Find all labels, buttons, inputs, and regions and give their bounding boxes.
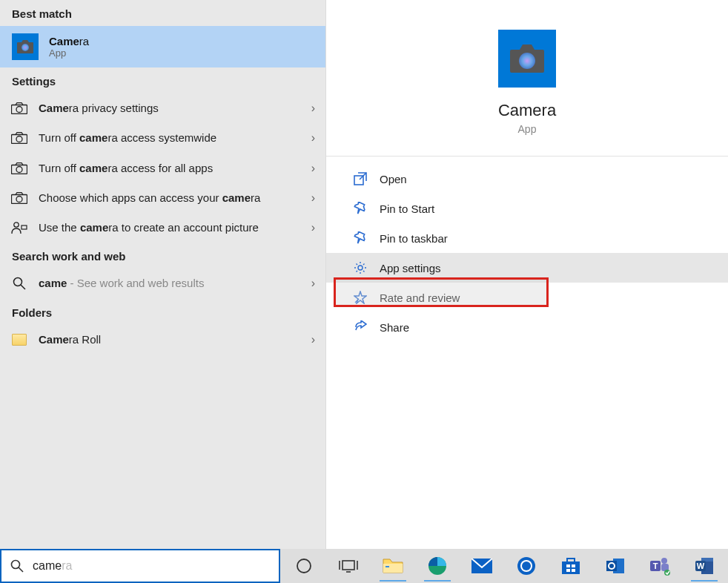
settings-item-privacy[interactable]: Camera privacy settings ›: [0, 93, 325, 123]
svg-point-43: [661, 558, 667, 564]
settings-item-systemwide[interactable]: Turn off camera access systemwide ›: [0, 123, 325, 153]
search-icon: [10, 559, 24, 573]
svg-point-12: [14, 278, 22, 286]
detail-panel: Camera App Open Pin to Start Pin to t: [326, 0, 728, 549]
settings-item-choose-apps[interactable]: Choose which apps can access your camera…: [0, 183, 325, 213]
camera-icon: [10, 162, 28, 174]
chevron-right-icon: ›: [311, 191, 315, 205]
action-share[interactable]: Share: [348, 312, 706, 342]
chevron-right-icon: ›: [311, 162, 315, 175]
section-best-match: Best match: [0, 0, 325, 26]
store-button[interactable]: [553, 550, 589, 582]
svg-point-1: [21, 44, 29, 51]
mail-button[interactable]: [464, 550, 500, 582]
detail-subtitle: App: [518, 123, 537, 135]
star-icon: [353, 290, 368, 305]
best-match-text: Camera App: [49, 35, 89, 59]
svg-rect-36: [566, 569, 570, 572]
folder-icon: [10, 334, 28, 346]
action-label: Share: [380, 321, 409, 334]
chevron-right-icon: ›: [311, 131, 315, 145]
dell-button[interactable]: [509, 550, 544, 582]
svg-point-21: [297, 559, 311, 573]
section-settings: Settings: [0, 67, 325, 93]
chevron-right-icon: ›: [311, 333, 315, 346]
chevron-right-icon: ›: [311, 102, 315, 115]
svg-rect-27: [385, 566, 389, 567]
action-label: Open: [380, 173, 407, 185]
action-label: Pin to Start: [380, 202, 434, 215]
task-view-button[interactable]: [331, 550, 366, 582]
camera-app-big-icon: [498, 30, 556, 88]
svg-text:W: W: [697, 561, 705, 570]
svg-point-32: [522, 561, 531, 570]
cortana-button[interactable]: [286, 550, 322, 582]
chevron-right-icon: ›: [311, 277, 315, 290]
svg-point-9: [16, 196, 22, 202]
pin-icon: [353, 231, 368, 246]
svg-text:T: T: [653, 561, 658, 570]
svg-rect-11: [21, 225, 27, 229]
teams-button[interactable]: T: [642, 550, 678, 582]
settings-item-account-picture[interactable]: Use the camera to create an account pict…: [0, 213, 325, 243]
action-label: Rate and review: [380, 292, 460, 304]
svg-point-19: [12, 561, 20, 569]
share-icon: [353, 320, 368, 335]
section-folders: Folders: [0, 299, 325, 325]
search-input[interactable]: camera: [0, 549, 280, 583]
search-text: camera: [33, 559, 72, 573]
word-button[interactable]: W: [686, 550, 722, 582]
camera-icon: [10, 102, 28, 114]
svg-rect-26: [383, 564, 403, 573]
svg-rect-22: [343, 561, 354, 570]
svg-rect-37: [572, 569, 575, 572]
camera-app-icon: [12, 33, 39, 60]
svg-rect-35: [572, 564, 575, 567]
web-search-item[interactable]: came - See work and web results ›: [0, 269, 325, 298]
pin-icon: [353, 201, 368, 216]
search-icon: [10, 277, 28, 290]
svg-line-20: [19, 567, 23, 572]
detail-title: Camera: [498, 101, 556, 120]
action-label: App settings: [380, 262, 441, 274]
svg-point-5: [16, 136, 22, 142]
camera-icon: [10, 192, 28, 204]
svg-line-13: [21, 285, 25, 289]
svg-point-15: [519, 53, 535, 69]
taskbar: T W: [280, 549, 728, 583]
chevron-right-icon: ›: [311, 221, 315, 234]
action-label: Pin to taskbar: [380, 232, 448, 245]
svg-point-7: [16, 166, 22, 172]
search-results-panel: Best match Camera App Settings Camera pr…: [0, 0, 326, 549]
settings-item-all-apps[interactable]: Turn off camera access for all apps ›: [0, 154, 325, 183]
section-search-work-web: Search work and web: [0, 243, 325, 269]
action-pin-taskbar[interactable]: Pin to taskbar: [348, 223, 706, 253]
best-match-camera-app[interactable]: Camera App: [0, 26, 325, 67]
folder-item-camera-roll[interactable]: Camera Roll ›: [0, 325, 325, 355]
edge-button[interactable]: [420, 550, 455, 582]
svg-point-17: [358, 266, 363, 270]
person-icon: [10, 221, 28, 234]
svg-point-3: [16, 107, 22, 113]
camera-icon: [10, 132, 28, 144]
action-rate-review[interactable]: Rate and review: [348, 283, 706, 312]
file-explorer-button[interactable]: [375, 550, 411, 582]
action-pin-start[interactable]: Pin to Start: [348, 194, 706, 223]
gear-icon: [353, 260, 368, 275]
action-app-settings[interactable]: App settings: [326, 253, 728, 283]
svg-rect-33: [562, 561, 580, 574]
open-icon: [353, 171, 368, 186]
outlook-button[interactable]: [598, 550, 633, 582]
svg-point-10: [14, 223, 19, 227]
svg-rect-34: [566, 564, 570, 567]
action-open[interactable]: Open: [348, 164, 706, 194]
